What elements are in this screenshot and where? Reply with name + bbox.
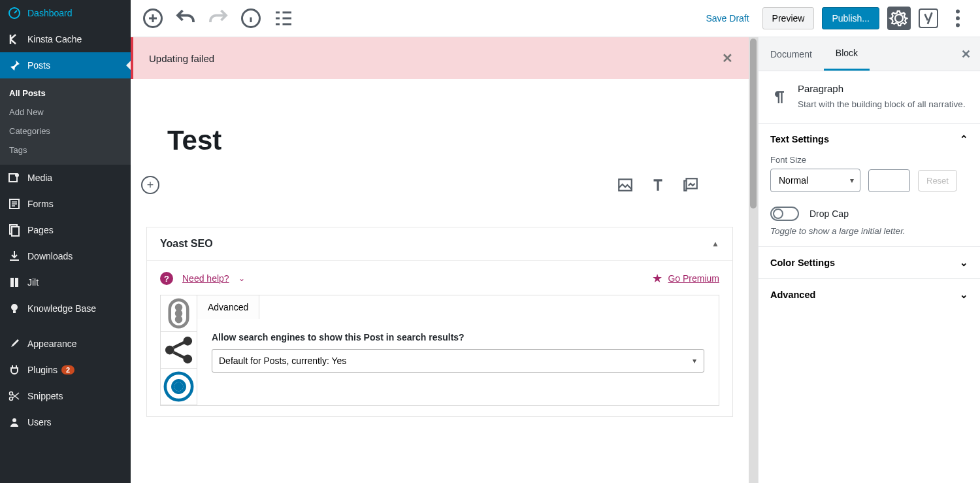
kinsta-icon bbox=[8, 33, 21, 46]
sidebar-label: Downloads bbox=[27, 251, 73, 261]
yoast-tab-readability[interactable] bbox=[161, 295, 197, 332]
main-area: Save Draft Preview Publish... Updating f… bbox=[131, 0, 980, 483]
gallery-block-icon[interactable] bbox=[682, 176, 699, 193]
block-desc-label: Start with the building block of all nar… bbox=[798, 98, 966, 111]
svg-point-15 bbox=[956, 24, 960, 27]
image-block-icon[interactable] bbox=[617, 176, 634, 193]
sidebar-item-users[interactable]: Users bbox=[0, 409, 131, 435]
color-settings-toggle[interactable]: Color Settings ⌄ bbox=[770, 258, 968, 268]
sidebar-item-pages[interactable]: Pages bbox=[0, 217, 131, 243]
insert-block-button[interactable]: + bbox=[141, 176, 159, 194]
svg-rect-17 bbox=[687, 178, 697, 188]
tab-document[interactable]: Document bbox=[759, 39, 824, 70]
close-settings-button[interactable]: ✕ bbox=[952, 47, 980, 61]
more-menu-button[interactable] bbox=[946, 7, 970, 30]
text-settings-toggle[interactable]: Text Settings ⌃ bbox=[770, 134, 968, 144]
block-description: Paragraph Start with the building block … bbox=[759, 71, 980, 123]
sidebar-label: Forms bbox=[27, 199, 54, 209]
settings-panel: Document Block ✕ Paragraph Start with th… bbox=[758, 37, 980, 483]
users-icon bbox=[8, 416, 21, 429]
svg-rect-7 bbox=[13, 310, 16, 313]
sidebar-item-downloads[interactable]: Downloads bbox=[0, 243, 131, 269]
sidebar-item-jilt[interactable]: Jilt bbox=[0, 269, 131, 295]
svg-point-14 bbox=[956, 16, 960, 20]
yoast-panel-toggle[interactable]: Yoast SEO ▲ bbox=[147, 227, 732, 260]
error-notice: Updating failed ✕ bbox=[131, 37, 749, 79]
sidebar-label: Jilt bbox=[27, 277, 39, 288]
font-size-label: Font Size bbox=[770, 155, 968, 165]
sidebar-item-kinsta[interactable]: Kinsta Cache bbox=[0, 26, 131, 52]
yoast-tab-social[interactable] bbox=[161, 332, 197, 369]
advanced-toggle[interactable]: Advanced ⌄ bbox=[770, 290, 968, 300]
svg-rect-5 bbox=[12, 227, 19, 236]
font-size-select[interactable]: Normal bbox=[770, 169, 860, 192]
chevron-down-icon: ⌄ bbox=[960, 258, 968, 268]
admin-sidebar: Dashboard Kinsta Cache Posts All Posts A… bbox=[0, 0, 131, 483]
notice-text: Updating failed bbox=[149, 53, 214, 64]
sidebar-label: Pages bbox=[27, 225, 54, 235]
plugin-icon bbox=[8, 363, 21, 376]
sidebar-label: Appearance bbox=[27, 339, 77, 349]
sidebar-sub-add-new[interactable]: Add New bbox=[0, 103, 131, 122]
sidebar-item-forms[interactable]: Forms bbox=[0, 191, 131, 217]
notice-close-button[interactable]: ✕ bbox=[722, 50, 733, 66]
yoast-tab-advanced[interactable] bbox=[161, 369, 197, 405]
yoast-toggle-button[interactable] bbox=[919, 8, 938, 28]
post-title[interactable]: Test bbox=[167, 125, 712, 156]
sidebar-label: Knowledge Base bbox=[27, 303, 96, 314]
sidebar-sub-categories[interactable]: Categories bbox=[0, 122, 131, 141]
save-draft-button[interactable]: Save Draft bbox=[700, 9, 754, 27]
sidebar-sub-all-posts[interactable]: All Posts bbox=[0, 84, 131, 103]
yoast-seo-panel: Yoast SEO ▲ ? Need help? ⌄ ★ Go Premium bbox=[146, 227, 733, 417]
sidebar-item-snippets[interactable]: Snippets bbox=[0, 383, 131, 409]
preview-button[interactable]: Preview bbox=[762, 7, 815, 29]
bulb-icon bbox=[8, 302, 21, 315]
paragraph-icon bbox=[770, 83, 789, 111]
yoast-indexing-select[interactable]: Default for Posts, currently: Yes bbox=[212, 349, 704, 373]
svg-point-6 bbox=[11, 304, 18, 310]
redo-button[interactable] bbox=[206, 7, 230, 30]
pages-icon bbox=[8, 224, 21, 237]
editor-topbar: Save Draft Preview Publish... bbox=[131, 0, 980, 37]
settings-toggle-button[interactable] bbox=[887, 7, 911, 30]
sidebar-item-media[interactable]: Media bbox=[0, 165, 131, 191]
heading-block-icon[interactable] bbox=[649, 176, 666, 193]
star-icon: ★ bbox=[652, 271, 662, 286]
sidebar-item-dashboard[interactable]: Dashboard bbox=[0, 0, 131, 26]
need-help-link[interactable]: Need help? bbox=[182, 273, 229, 284]
svg-point-25 bbox=[174, 382, 184, 391]
drop-cap-help: Toggle to show a large initial letter. bbox=[770, 226, 968, 236]
plugins-badge: 2 bbox=[61, 365, 74, 375]
go-premium-link[interactable]: Go Premium bbox=[668, 273, 719, 284]
yoast-side-tabs bbox=[160, 295, 197, 406]
tab-block[interactable]: Block bbox=[824, 37, 870, 71]
drop-cap-toggle[interactable] bbox=[770, 207, 799, 221]
pin-icon bbox=[8, 59, 21, 72]
publish-button[interactable]: Publish... bbox=[822, 7, 879, 29]
editor-scrollbar[interactable] bbox=[749, 37, 758, 483]
sidebar-label: Users bbox=[27, 417, 52, 427]
sidebar-submenu-posts: All Posts Add New Categories Tags bbox=[0, 78, 131, 165]
sidebar-item-posts[interactable]: Posts bbox=[0, 52, 131, 78]
svg-point-21 bbox=[176, 317, 181, 322]
drop-cap-label: Drop Cap bbox=[809, 208, 849, 219]
sidebar-sub-tags[interactable]: Tags bbox=[0, 141, 131, 159]
undo-button[interactable] bbox=[174, 7, 197, 30]
svg-point-19 bbox=[176, 305, 181, 310]
download-icon bbox=[8, 250, 21, 263]
sidebar-item-appearance[interactable]: Appearance bbox=[0, 331, 131, 357]
chevron-down-icon[interactable]: ⌄ bbox=[238, 274, 245, 283]
add-block-button[interactable] bbox=[141, 7, 165, 30]
info-button[interactable] bbox=[239, 7, 263, 30]
sidebar-item-plugins[interactable]: Plugins 2 bbox=[0, 357, 131, 383]
font-size-input[interactable] bbox=[868, 169, 910, 192]
sidebar-label: Plugins bbox=[27, 365, 57, 375]
outline-button[interactable] bbox=[272, 7, 295, 30]
sidebar-label: Dashboard bbox=[27, 8, 73, 18]
svg-point-23 bbox=[183, 337, 192, 346]
yoast-title: Yoast SEO bbox=[160, 238, 213, 250]
chevron-down-icon: ⌄ bbox=[960, 290, 968, 300]
sidebar-item-kb[interactable]: Knowledge Base bbox=[0, 295, 131, 322]
chevron-up-icon: ⌃ bbox=[960, 134, 968, 144]
font-size-reset-button[interactable]: Reset bbox=[918, 170, 957, 192]
